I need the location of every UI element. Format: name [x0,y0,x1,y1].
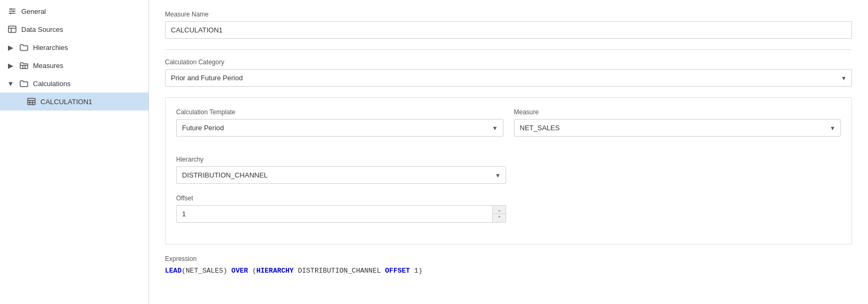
measure-section: Measure NET_SALES ▼ [514,108,841,137]
measure-select-wrapper: NET_SALES ▼ [514,119,841,137]
chevron-right-icon: ▶ [7,44,14,52]
calc-template-select-wrapper: Future Period Prior Period ▼ [176,119,503,137]
expr-offset-val: 1) [410,267,422,275]
expression-label: Expression [165,255,852,263]
svg-point-3 [13,11,14,12]
sidebar-item-measures[interactable]: ▶ Measures [0,56,148,74]
calc-template-section: Calculation Template Future Period Prior… [176,108,503,137]
expr-paren1: ( [181,267,186,275]
calc-category-section: Calculation Category Prior and Future Pe… [165,58,852,87]
calc-category-select-wrapper: Prior and Future Period Prior Period Fut… [165,69,852,87]
offset-label: Offset [176,195,506,202]
sidebar-item-data-sources[interactable]: Data Sources [0,20,148,38]
calc-category-label: Calculation Category [165,58,852,66]
offset-input[interactable] [177,206,492,222]
calc-template-label: Calculation Template [176,108,503,116]
svg-rect-6 [9,26,16,32]
calc-template-select[interactable]: Future Period Prior Period [176,119,503,137]
measure-name-input[interactable] [165,21,852,39]
sidebar-item-hierarchies[interactable]: ▶ Hierarchies [0,38,148,56]
offset-down-button[interactable]: ⌄ [493,206,506,214]
calc-category-select[interactable]: Prior and Future Period Prior Period Fut… [165,69,852,87]
measure-name-label: Measure Name [165,11,852,18]
sidebar-item-calculation1[interactable]: CALCULATION1 [0,92,148,111]
stepper-buttons: ⌄ ⌃ [492,206,506,222]
sidebar-item-calculation1-label: CALCULATION1 [40,98,92,106]
main-panel: Measure Name Calculation Category Prior … [149,0,868,304]
chevron-down-icon: ▼ [7,80,14,88]
expr-oparen: ( [248,267,257,275]
expression-code: LEAD(NET_SALES) OVER (HIERARCHY DISTRIBU… [165,266,852,276]
sliders-icon [7,6,17,16]
measure-label: Measure [514,108,841,116]
folder-open-icon [19,79,29,88]
measure-name-section: Measure Name [165,11,852,39]
expression-section: Expression LEAD(NET_SALES) OVER (HIERARC… [165,255,852,276]
expr-dist-channel: DISTRIBUTION_CHANNEL [294,267,385,275]
sidebar-item-measures-label: Measures [33,62,63,70]
expr-hierarchy-kw: HIERARCHY [257,267,294,275]
template-measure-row: Calculation Template Future Period Prior… [176,108,841,147]
hierarchy-select[interactable]: DISTRIBUTION_CHANNEL [176,166,506,184]
folder-grid-icon [19,61,29,70]
expr-lead: LEAD [165,267,181,275]
chevron-right-icon2: ▶ [7,62,14,70]
svg-point-1 [11,9,12,10]
expr-paren2: ) [223,267,232,275]
sidebar-item-calculations[interactable]: ▼ Calculations [0,74,148,92]
expr-over: OVER [232,267,248,275]
offset-up-button[interactable]: ⌃ [493,214,506,222]
grid-item-icon [27,97,36,106]
sidebar-item-hierarchies-label: Hierarchies [33,44,68,52]
hierarchy-section: Hierarchy DISTRIBUTION_CHANNEL ▼ [176,156,506,184]
divider1 [165,49,852,50]
table-icon [7,24,17,34]
hierarchy-select-wrapper: DISTRIBUTION_CHANNEL ▼ [176,166,506,184]
sidebar-item-data-sources-label: Data Sources [21,26,63,33]
hierarchy-label: Hierarchy [176,156,506,163]
sidebar-item-general-label: General [21,7,46,15]
inner-panel: Calculation Template Future Period Prior… [165,97,852,244]
sidebar-item-general[interactable]: General [0,2,148,20]
sidebar-item-calculations-label: Calculations [33,80,71,88]
offset-section: Offset ⌄ ⌃ [176,195,506,223]
folder-icon [19,43,29,52]
svg-point-5 [10,13,12,14]
expr-net-sales: NET_SALES [186,267,223,275]
sidebar: General Data Sources ▶ Hierarchies ▶ [0,0,149,304]
svg-rect-12 [28,98,35,105]
measure-select[interactable]: NET_SALES [514,119,841,137]
expr-offset-kw: OFFSET [385,267,410,275]
offset-wrapper: ⌄ ⌃ [176,205,506,223]
